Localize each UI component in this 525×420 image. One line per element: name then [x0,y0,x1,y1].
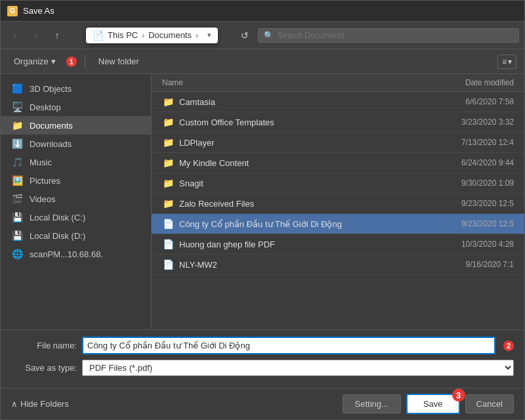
file-row-huong-dan[interactable]: 📄 Huong dan ghep file PDF 10/3/2020 4:28 [152,234,524,255]
file-row-kindle[interactable]: 📁 My Kindle Content 6/24/2020 9:44 [152,153,524,173]
view-icon: ≡ [502,57,507,66]
view-button[interactable]: ≡ ▾ [497,54,516,69]
sidebar-item-documents[interactable]: 📁 Documents [1,116,151,135]
camtasia-icon: 📁 [162,96,174,108]
sidebar-item-scan-label: scanPM...10.68.68. [30,249,103,259]
app-icon: G [7,6,18,16]
file-row-snagit[interactable]: 📁 Snagit 9/30/2020 1:09 [152,173,524,194]
sidebar-item-local-d-label: Local Disk (D:) [30,231,85,241]
address-bar[interactable]: 📄 This PC › Documents › ▾ [86,28,218,43]
refresh-button[interactable]: ↺ [236,26,254,45]
file-list: Name Date modified 📁 Camtasia 6/6/2020 7… [152,74,524,329]
sidebar-item-desktop[interactable]: 🖥️ Desktop [1,98,151,116]
snagit-icon: 📁 [162,177,174,189]
sidebar-item-scan[interactable]: 🌐 scanPM...10.68.68. [1,245,151,263]
organize-dropdown-icon: ▾ [51,56,56,66]
documents-label: Documents [148,30,192,40]
desktop-icon: 🖥️ [11,101,23,113]
sidebar-item-local-d[interactable]: 💾 Local Disk (D:) [1,226,151,245]
dialog-title: Save As [23,6,54,16]
badge-1-wrapper: 1 [66,56,77,67]
address-icon: 📄 [93,30,104,41]
zalo-icon: 📁 [162,198,174,209]
organize-button[interactable]: Organize ▾ [9,54,61,69]
file-row-zalo[interactable]: 📁 Zalo Received Files 9/23/2020 12:5 [152,194,524,214]
bottom-form: File name: 2 Save as type: PDF Files (*.… [1,329,524,388]
action-bar: Organize ▾ 1 New folder ≡ ▾ [1,49,524,74]
toolbar-separator [85,55,85,68]
ldplayer-icon: 📁 [162,136,174,148]
cong-ty-date: 9/23/2020 12:5 [409,219,514,228]
sidebar-item-downloads[interactable]: ⬇️ Downloads [1,135,151,153]
column-name: Name [162,78,409,87]
column-date: Date modified [409,78,514,87]
music-icon: 🎵 [11,156,23,168]
this-pc-label: This PC [108,30,138,40]
kindle-name: My Kindle Content [179,158,404,168]
kindle-date: 6/24/2020 9:44 [409,158,514,167]
save-button[interactable]: Save 3 [406,394,460,414]
cong-ty-name: Công ty Cổ phần Đầu tư Thế Giới Di Động [179,219,404,229]
sidebar-item-videos-label: Videos [30,194,56,204]
organize-label: Organize [14,56,49,66]
nly-name: NLY-MW2 [179,260,404,270]
local-d-icon: 💾 [11,230,23,242]
sidebar-item-3d-label: 3D Objects [30,84,72,94]
sidebar-item-music-label: Music [30,158,52,167]
filename-input[interactable] [82,337,495,354]
file-row-nly[interactable]: 📄 NLY-MW2 9/16/2020 7:1 [152,255,524,275]
badge-2: 2 [503,341,514,351]
kindle-icon: 📁 [162,157,174,169]
title-bar: G Save As [1,1,524,22]
downloads-icon: ⬇️ [11,138,23,150]
save-button-wrapper: Save 3 [406,394,460,414]
sidebar-item-pictures[interactable]: 🖼️ Pictures [1,171,151,190]
sidebar-item-videos[interactable]: 🎬 Videos [1,190,151,208]
footer: ∧ Hide Folders Setting... Save 3 Cancel [1,388,524,419]
snagit-name: Snagit [179,178,404,188]
filename-row: File name: 2 [11,337,514,354]
sidebar-item-pictures-label: Pictures [30,176,60,186]
search-input[interactable] [278,31,513,40]
custom-office-icon: 📁 [162,116,174,128]
ldplayer-name: LDPlayer [179,138,404,148]
cong-ty-icon: 📄 [162,218,174,230]
nly-date: 9/16/2020 7:1 [409,260,514,269]
sidebar-item-3d-objects[interactable]: 🟦 3D Objects [1,79,151,98]
separator-1: › [142,31,144,40]
up-button[interactable]: ↑ [48,26,66,45]
camtasia-date: 6/6/2020 7:58 [409,97,514,106]
content-area: 🟦 3D Objects 🖥️ Desktop 📁 Documents ⬇️ D… [1,74,524,329]
hide-folders-button[interactable]: ∧ Hide Folders [11,399,69,409]
local-c-icon: 💾 [11,211,23,223]
sidebar-item-desktop-label: Desktop [30,102,61,112]
hide-folders-chevron: ∧ [11,399,18,409]
file-row-ldplayer[interactable]: 📁 LDPlayer 7/13/2020 12:4 [152,133,524,153]
search-box[interactable]: 🔍 [258,28,519,43]
pictures-icon: 🖼️ [11,175,23,186]
sidebar-item-music[interactable]: 🎵 Music [1,153,151,171]
snagit-date: 9/30/2020 1:09 [409,178,514,188]
forward-button[interactable]: › [27,26,45,45]
file-row-custom-office[interactable]: 📁 Custom Office Templates 3/23/2020 3:32 [152,112,524,133]
3d-objects-icon: 🟦 [11,83,23,94]
save-type-select[interactable]: PDF Files (*.pdf) [82,360,514,376]
file-row-cong-ty[interactable]: 📄 Công ty Cổ phần Đầu tư Thế Giới Di Độn… [152,214,524,234]
setting-button[interactable]: Setting... [343,394,401,413]
back-button[interactable]: ‹ [6,26,24,45]
footer-buttons: Setting... Save 3 Cancel [343,394,514,414]
zalo-date: 9/23/2020 12:5 [409,199,514,208]
new-folder-button[interactable]: New folder [93,54,144,69]
badge-1: 1 [66,56,77,67]
search-icon: 🔍 [264,31,274,40]
sidebar: 🟦 3D Objects 🖥️ Desktop 📁 Documents ⬇️ D… [1,74,152,329]
address-dropdown-chevron[interactable]: ▾ [207,31,211,39]
cancel-button[interactable]: Cancel [465,394,514,413]
new-folder-label: New folder [98,56,139,66]
file-list-header: Name Date modified [152,74,524,92]
sidebar-item-documents-label: Documents [30,121,73,131]
huong-dan-date: 10/3/2020 4:28 [409,240,514,249]
sidebar-item-local-c[interactable]: 💾 Local Disk (C:) [1,208,151,226]
file-row-camtasia[interactable]: 📁 Camtasia 6/6/2020 7:58 [152,92,524,112]
scan-icon: 🌐 [11,248,23,260]
